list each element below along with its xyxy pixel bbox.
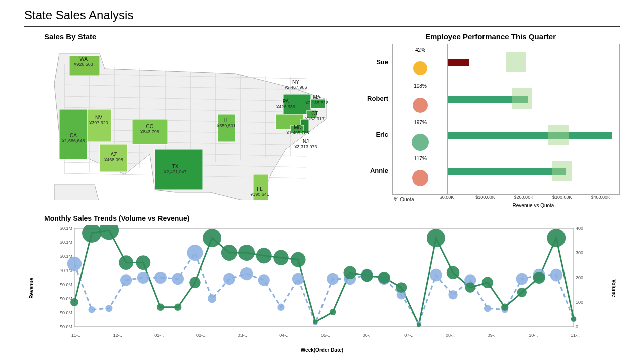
state-value: ¥390,641 [250, 192, 269, 197]
revenue-cell [448, 153, 619, 189]
quota-dot [412, 134, 429, 151]
yl-tick: $0.0M [60, 310, 72, 315]
state-NV[interactable] [87, 109, 111, 142]
volume-point[interactable] [105, 305, 112, 312]
volume-point[interactable] [208, 294, 216, 303]
revenue-point[interactable] [238, 245, 255, 261]
volume-point[interactable] [187, 245, 203, 261]
state-value: ¥397,620 [89, 120, 108, 125]
volume-point[interactable] [516, 273, 528, 285]
revenue-point[interactable] [189, 277, 200, 288]
revenue-point[interactable] [330, 309, 336, 315]
volume-point[interactable] [258, 274, 270, 286]
revenue-point[interactable] [313, 319, 318, 324]
state-label: CA [70, 133, 77, 138]
volume-point[interactable] [292, 273, 304, 285]
yl-tick: $0.0M [60, 296, 72, 301]
yl-tick: $0.0M [60, 282, 72, 287]
revenue-point[interactable] [361, 269, 373, 282]
volume-point[interactable] [240, 267, 253, 280]
revenue-point[interactable] [517, 288, 527, 297]
map-panel: Sales By State WA¥926,563CA¥1,686,648NV¥… [24, 32, 331, 208]
x-tick: 04-.. [279, 333, 288, 338]
state-label: PA [283, 99, 289, 104]
state-label: AZ [111, 152, 117, 157]
revenue-point[interactable] [99, 225, 119, 240]
state-label: IL [224, 118, 229, 123]
revenue-point[interactable] [221, 245, 237, 261]
state-label: MA [313, 95, 321, 100]
revenue-point[interactable] [571, 316, 577, 322]
volume-point[interactable] [137, 272, 149, 284]
revenue-point[interactable] [378, 272, 390, 284]
yl-tick: $0.1M [60, 226, 72, 231]
revenue-point[interactable] [465, 282, 475, 293]
revenue-point[interactable] [82, 225, 101, 243]
quota-axis-label: % Quota [361, 197, 447, 208]
revenue-point[interactable] [533, 272, 545, 284]
revenue-cell [448, 117, 619, 153]
volume-point[interactable] [550, 269, 562, 282]
x-tick: 10-.. [529, 333, 538, 338]
revenue-point[interactable] [447, 266, 460, 279]
trend-yl-label: Revenue [29, 278, 34, 299]
volume-point[interactable] [88, 306, 95, 313]
revenue-point[interactable] [136, 255, 150, 270]
quota-target-marker [552, 161, 572, 181]
volume-point[interactable] [223, 273, 235, 285]
volume-point[interactable] [172, 273, 184, 285]
revenue-tick: $100.00K [475, 195, 495, 200]
volume-point[interactable] [430, 269, 442, 282]
quota-target-marker [548, 125, 569, 145]
revenue-point[interactable] [203, 229, 221, 247]
revenue-point[interactable] [174, 304, 181, 311]
volume-point[interactable] [67, 257, 82, 271]
trend-xlabel: Week(Order Date) [24, 347, 620, 353]
yr-tick: 100 [576, 300, 583, 305]
employee-name: Sue [361, 44, 391, 80]
volume-point[interactable] [120, 274, 132, 286]
x-tick: 06-.. [363, 333, 372, 338]
revenue-point[interactable] [256, 248, 272, 263]
volume-point[interactable] [448, 290, 457, 299]
revenue-point[interactable] [119, 255, 133, 270]
revenue-bar[interactable] [448, 168, 566, 175]
x-tick: 09-.. [488, 333, 497, 338]
state-value: ¥2,135,518 [305, 100, 328, 105]
revenue-point[interactable] [344, 266, 357, 279]
revenue-point[interactable] [396, 282, 407, 293]
trend-panel: Monthly Sales Trends (Volume vs Revenue)… [24, 214, 620, 351]
yl-tick: $0.0M [60, 324, 72, 329]
yr-tick: 400 [576, 226, 583, 231]
yr-tick: 0 [576, 324, 578, 329]
employee-name: Annie [361, 152, 391, 189]
revenue-point[interactable] [427, 229, 445, 247]
revenue-point[interactable] [547, 229, 566, 247]
state-label: NY [292, 79, 299, 85]
revenue-tick: $300.00K [552, 195, 572, 200]
revenue-point[interactable] [417, 323, 421, 327]
state-value: ¥2,471,947 [163, 169, 186, 174]
revenue-point[interactable] [291, 252, 306, 267]
revenue-point[interactable] [157, 304, 164, 311]
revenue-point[interactable] [273, 250, 288, 265]
volume-point[interactable] [154, 272, 167, 284]
state-label: NV [95, 115, 102, 120]
revenue-bar[interactable] [448, 132, 612, 139]
state-value: ¥3,313,973 [294, 144, 317, 149]
volume-point[interactable] [327, 273, 339, 285]
revenue-point[interactable] [482, 277, 493, 288]
employee-name: Eric [361, 116, 391, 152]
revenue-point[interactable] [70, 298, 78, 306]
state-value: ¥426,536 [276, 104, 295, 109]
revenue-ticks: $0.00K$100.00K$200.00K$300.00K$400.00K [447, 195, 620, 201]
trend-chart: $0.0M$0.0M$0.0M$0.0M$0.1M$0.1M$0.1M$0.1M… [51, 225, 594, 341]
employee-panel: Employee Performance This Quarter SueRob… [361, 32, 620, 208]
volume-point[interactable] [484, 305, 491, 312]
map-title: Sales By State [44, 32, 331, 41]
volume-point[interactable] [277, 304, 284, 311]
revenue-bar[interactable] [448, 59, 469, 66]
state-label: MD [294, 125, 302, 130]
revenue-point[interactable] [501, 304, 508, 311]
employee-name: Robert [361, 80, 391, 116]
